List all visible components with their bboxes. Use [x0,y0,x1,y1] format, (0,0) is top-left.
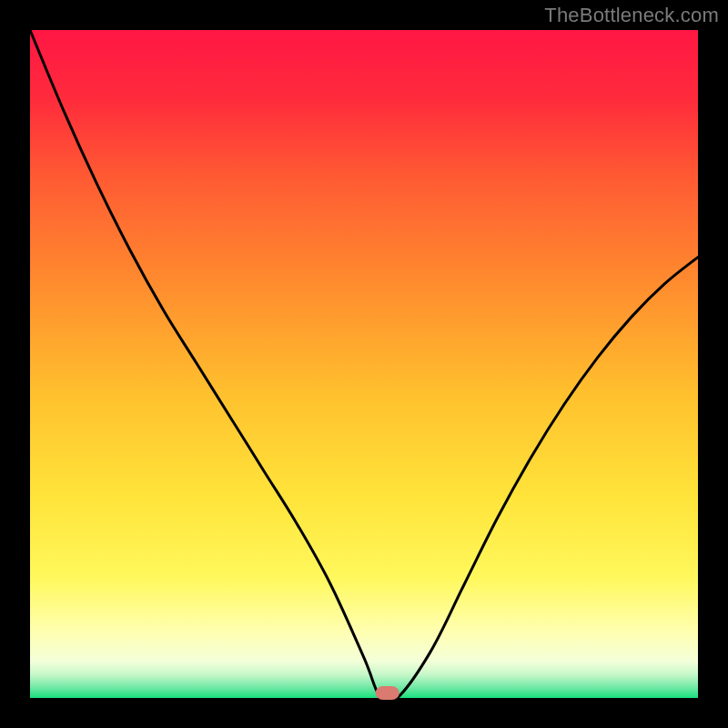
chart-frame: TheBottleneck.com [0,0,728,728]
watermark-text: TheBottleneck.com [544,4,719,27]
plot-background [30,30,698,698]
minimum-marker [376,686,399,700]
bottleneck-chart [0,0,728,728]
